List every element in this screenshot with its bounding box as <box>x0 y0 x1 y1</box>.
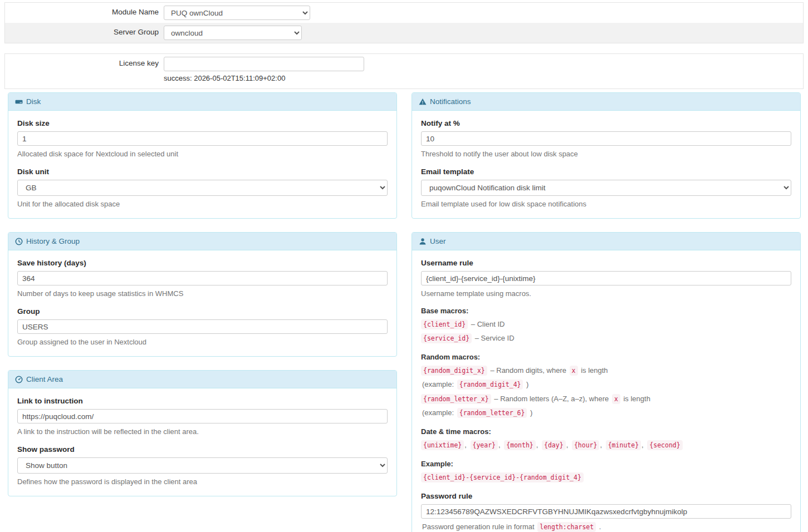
warning-triangle-icon <box>419 98 427 106</box>
notify-at-input[interactable] <box>421 131 791 146</box>
user-icon <box>419 238 427 245</box>
license-row: License key success: 2026-05-02T15:11:09… <box>5 54 803 88</box>
username-rule-help: Username template using macros. <box>421 289 791 298</box>
show-password-help: Defines how the password is displayed in… <box>17 477 388 486</box>
client-id-macro-line: {client_id} – Client ID <box>421 319 791 330</box>
password-rule-help: Password generation rule in format lengt… <box>421 521 791 532</box>
second-code: {second} <box>647 440 682 450</box>
dashboard-icon <box>15 376 23 383</box>
disk-unit-help: Unit for the allocated disk space <box>17 200 388 208</box>
password-help-pre: Password generation rule in format <box>422 523 535 531</box>
service-id-desc: – Service ID <box>475 334 515 342</box>
user-panel: User Username rule Username template usi… <box>412 232 801 532</box>
group-field: Group Group assigned to the user in Next… <box>17 307 388 346</box>
hdd-icon <box>15 98 23 106</box>
group-label: Group <box>17 307 388 316</box>
history-group-panel-header: History & Group <box>8 233 396 250</box>
day-code: {day} <box>542 440 566 450</box>
license-key-input[interactable] <box>164 57 364 71</box>
notifications-panel: Notifications Notify at % Threshold to n… <box>412 92 801 219</box>
right-column: Notifications Notify at % Threshold to n… <box>412 92 801 532</box>
random-digit-code: {random_digit_x} <box>421 366 487 376</box>
random-digit-desc: – Random digits, where <box>490 366 566 375</box>
email-template-select[interactable]: puqownCloud Notification disk limit <box>421 180 791 196</box>
module-name-row: Module Name PUQ ownCloud <box>5 3 803 23</box>
separator: , <box>600 441 602 449</box>
password-help-post: . <box>599 523 601 531</box>
client-area-panel-title: Client Area <box>26 375 63 383</box>
username-example-code: {client_id}-{service_id}-{random_digit_4… <box>421 472 584 482</box>
client-id-code: {client_id} <box>421 319 468 329</box>
email-template-field: Email template puqownCloud Notification … <box>421 168 791 208</box>
link-instruction-field: Link to instruction A link to the instru… <box>17 397 388 436</box>
module-name-select[interactable]: PUQ ownCloud <box>164 6 310 20</box>
username-macros-help: Base macros: {client_id} – Client ID {se… <box>421 307 791 483</box>
group-input[interactable] <box>17 319 388 334</box>
username-rule-label: Username rule <box>421 259 791 267</box>
username-example-title: Example: <box>421 460 791 468</box>
x-code: x <box>570 366 578 376</box>
example-close-text: ) <box>526 380 528 388</box>
unixtime-code: {unixtime} <box>421 440 464 450</box>
show-password-select[interactable]: Show button <box>17 457 388 474</box>
user-panel-header: User <box>412 233 800 250</box>
disk-unit-select[interactable]: GB <box>17 180 388 196</box>
client-area-panel-header: Client Area <box>8 371 396 388</box>
username-example-line: {client_id}-{service_id}-{random_digit_4… <box>421 472 791 483</box>
show-password-field: Show password Show button Defines how th… <box>17 445 388 486</box>
group-help: Group assigned to the user in Nextcloud <box>17 338 388 346</box>
link-instruction-input[interactable] <box>17 409 388 423</box>
license-key-label: License key <box>5 56 164 67</box>
history-group-panel: History & Group Save history (days) Numb… <box>8 232 397 357</box>
show-password-label: Show password <box>17 445 388 454</box>
password-rule-field: Password rule <box>421 492 791 519</box>
save-history-label: Save history (days) <box>17 259 388 267</box>
password-format-line: Password generation rule in format lengt… <box>421 521 791 532</box>
disk-unit-field: Disk unit GB Unit for the allocated disk… <box>17 168 388 208</box>
random-letter-desc-2: is length <box>623 395 650 403</box>
random-digit-example-code: {random_digit_4} <box>457 380 523 390</box>
separator: , <box>464 441 467 449</box>
separator: , <box>566 441 569 449</box>
base-macros-title: Base macros: <box>421 307 791 315</box>
server-group-label: Server Group <box>5 25 164 36</box>
separator: , <box>498 441 501 449</box>
length-charset-code: length:charset <box>537 522 596 532</box>
save-history-input[interactable] <box>17 271 388 285</box>
random-letter-example-line: (example: {random_letter_6} ) <box>421 407 791 418</box>
left-column: Disk Disk size Allocated disk space for … <box>8 92 397 532</box>
history-clock-icon <box>15 238 23 245</box>
year-code: {year} <box>471 440 498 450</box>
random-macros-title: Random macros: <box>421 353 791 361</box>
random-digit-macro-line: {random_digit_x} – Random digits, where … <box>421 365 791 376</box>
random-letter-desc: – Random letters (A–Z, a–z), where <box>494 395 609 403</box>
month-code: {month} <box>504 440 535 450</box>
save-history-field: Save history (days) Number of days to ke… <box>17 259 388 298</box>
datetime-macros-title: Date & time macros: <box>421 427 791 436</box>
disk-size-input[interactable] <box>17 131 388 146</box>
client-id-desc: – Client ID <box>471 320 505 328</box>
license-box: License key success: 2026-05-02T15:11:09… <box>4 53 804 89</box>
link-instruction-label: Link to instruction <box>17 397 388 405</box>
random-letter-code: {random_letter_x} <box>421 394 491 404</box>
example-pre-text: (example: <box>422 380 454 388</box>
random-letter-macro-line: {random_letter_x} – Random letters (A–Z,… <box>421 393 791 405</box>
random-letter-example-code: {random_letter_6} <box>457 408 527 418</box>
random-digit-example-line: (example: {random_digit_4} ) <box>421 379 791 390</box>
disk-panel-header: Disk <box>8 93 396 111</box>
password-rule-input[interactable] <box>421 504 791 519</box>
example-close-text-2: ) <box>530 408 532 417</box>
server-group-row: Server Group owncloud <box>5 23 803 43</box>
module-config-box: Module Name PUQ ownCloud Server Group ow… <box>4 2 804 43</box>
username-rule-input[interactable] <box>421 271 791 285</box>
notifications-panel-title: Notifications <box>430 97 471 106</box>
panels-container: Disk Disk size Allocated disk space for … <box>0 92 808 532</box>
datetime-macros-line: {unixtime}, {year}, {month}, {day}, {hou… <box>421 440 791 451</box>
x-code-2: x <box>612 394 620 404</box>
server-group-select[interactable]: owncloud <box>164 26 302 40</box>
example-pre-text-2: (example: <box>422 408 454 417</box>
save-history-help: Number of days to keep usage statistics … <box>17 289 388 298</box>
service-id-macro-line: {service_id} – Service ID <box>421 333 791 344</box>
notify-at-label: Notify at % <box>421 119 791 127</box>
license-status-text: success: 2026-05-02T15:11:09+02:00 <box>164 71 364 86</box>
